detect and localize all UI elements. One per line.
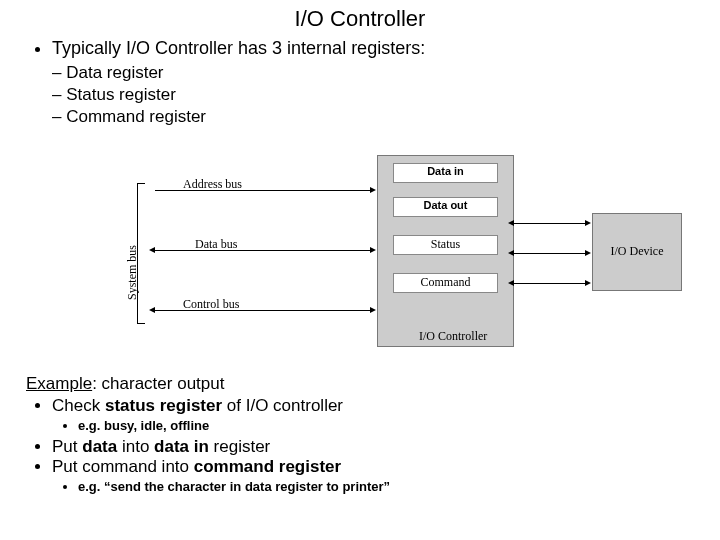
ex1-post: register [209,437,270,456]
ex0-pre: Check [52,396,105,415]
ex1-pp: into [117,437,154,456]
example-word: Example [26,374,92,393]
ex0-b: status register [105,396,222,415]
control-bus-arrow-r [370,307,376,313]
data-bus-arrow-l [149,247,155,253]
ctl-dev-line-3 [514,283,586,284]
sysbus-bracket-bot [137,323,145,324]
example-section: Example: character output Check status r… [26,374,694,498]
example-item-2-sub: e.g. “send the character in data registe… [78,479,694,494]
ex2-b: command register [194,457,341,476]
ctl-dev-arrow-l2 [508,250,514,256]
system-bus-label: System bus [125,245,140,300]
ex1-pre: Put [52,437,82,456]
ex2-pre: Put command into [52,457,194,476]
address-bus-line [155,190,370,191]
example-item-2: Put command into command register [52,457,694,477]
example-item-0-sub: e.g. busy, idle, offline [78,418,694,433]
slide-title: I/O Controller [0,0,720,32]
content-area: Typically I/O Controller has 3 internal … [0,32,720,127]
control-bus-line [155,310,370,311]
data-bus-arrow-r [370,247,376,253]
ctl-dev-arrow-l1 [508,220,514,226]
ctl-dev-arrow-l3 [508,280,514,286]
bullet-sub-2: Command register [52,107,694,127]
ex0-post: of I/O controller [222,396,343,415]
sysbus-bracket-top [137,183,145,184]
example-rest: : character output [92,374,224,393]
ex1-b2: data in [154,437,209,456]
bullet-main: Typically I/O Controller has 3 internal … [52,38,694,59]
example-item-1: Put data into data in register [52,437,694,457]
control-bus-arrow-l [149,307,155,313]
io-device-box: I/O Device [592,213,682,291]
example-item-0: Check status register of I/O controller [52,396,694,416]
data-in-register: Data in [393,163,498,183]
bullet-sub-1: Status register [52,85,694,105]
ctl-dev-line-1 [514,223,586,224]
ctl-dev-arrow-r3 [585,280,591,286]
command-register: Command [393,273,498,293]
data-bus-line [155,250,370,251]
status-register: Status [393,235,498,255]
ex1-b: data [82,437,117,456]
io-diagram: System bus Address bus Data bus Control … [125,155,695,365]
bullet-sub-0: Data register [52,63,694,83]
io-controller-label: I/O Controller [419,329,487,344]
ctl-dev-arrow-r2 [585,250,591,256]
data-out-register: Data out [393,197,498,217]
address-bus-arrow [370,187,376,193]
ctl-dev-line-2 [514,253,586,254]
example-heading: Example: character output [26,374,694,394]
ctl-dev-arrow-r1 [585,220,591,226]
